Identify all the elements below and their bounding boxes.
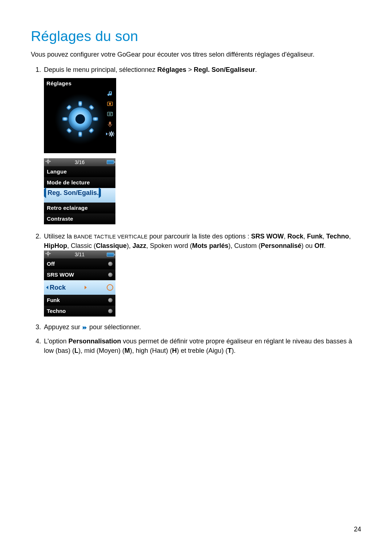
svg-point-13 xyxy=(109,113,111,115)
settings-icon-selected xyxy=(106,131,114,137)
svg-point-32 xyxy=(48,161,49,162)
svg-rect-2 xyxy=(78,131,82,137)
settings-item-langue: Langue xyxy=(44,166,115,177)
settings-item-mode-lecture: Mode de lecture xyxy=(44,177,115,188)
t: ) et treble (Aigu) ( xyxy=(177,347,228,354)
device-screenshot-mainmenu: Réglages xyxy=(44,78,116,153)
t: , xyxy=(323,233,326,240)
t: . xyxy=(324,242,326,249)
eq-item-techno: Techno xyxy=(44,306,115,317)
battery-icon xyxy=(107,160,114,164)
svg-rect-4 xyxy=(93,117,98,121)
svg-rect-8 xyxy=(88,128,94,134)
t: > xyxy=(186,66,194,73)
t: Personnalisé xyxy=(261,242,301,249)
svg-rect-16 xyxy=(110,126,110,127)
battery-icon xyxy=(107,253,114,257)
t: Classique xyxy=(96,242,127,249)
radio-icon xyxy=(108,298,113,302)
eq-label: Off xyxy=(47,260,55,268)
photo-icon xyxy=(107,101,113,107)
eq-label: SRS WOW xyxy=(47,271,74,279)
video-icon xyxy=(107,111,113,117)
svg-point-38 xyxy=(48,253,49,254)
device1-title: Réglages xyxy=(44,78,116,88)
gear-icon xyxy=(55,94,106,144)
svg-point-14 xyxy=(111,113,112,113)
radio-icon xyxy=(108,309,113,313)
page-number: 24 xyxy=(354,526,361,533)
svg-rect-25 xyxy=(113,135,114,136)
t: , xyxy=(349,233,351,240)
t: SRS WOW xyxy=(251,233,284,240)
svg-rect-19 xyxy=(111,136,112,137)
t: Rock xyxy=(287,233,303,240)
device-screenshot-settings-list: 3/16 Langue Mode de lecture Reg. Son/Ega… xyxy=(44,158,115,224)
eq-label: Techno xyxy=(47,307,66,315)
radio-selected-icon xyxy=(107,284,113,291)
t: , Spoken word ( xyxy=(146,242,192,249)
svg-rect-29 xyxy=(48,163,49,164)
t: H xyxy=(172,347,177,354)
t: pour sélectionner. xyxy=(87,323,141,331)
settings-item-label: Reg. Son/Egalis. xyxy=(48,189,99,196)
eq-item-rock: Rock xyxy=(44,280,115,295)
step-4: L'option Personnalisation vous permet de… xyxy=(31,336,361,355)
t: Utilisez la xyxy=(44,233,74,240)
t: Off xyxy=(314,242,324,249)
svg-rect-21 xyxy=(113,134,114,134)
svg-rect-28 xyxy=(48,159,49,160)
eq-item-funk: Funk xyxy=(44,295,115,306)
t: . xyxy=(255,66,257,73)
settings-item-contraste: Contraste xyxy=(44,213,115,224)
t: Jazz xyxy=(132,242,146,249)
radio-icon xyxy=(108,273,113,277)
svg-rect-24 xyxy=(109,135,110,136)
t: , Classic ( xyxy=(67,242,96,249)
t: , xyxy=(284,233,287,240)
eq-item-off: Off xyxy=(44,258,115,269)
device3-statusbar: 3/11 xyxy=(44,250,115,258)
step1-text: Depuis le menu principal, sélectionnez R… xyxy=(44,66,257,73)
mic-icon xyxy=(107,121,113,127)
caret-right-icon xyxy=(99,187,101,198)
step-3: Appuyez sur pour sélectionner. xyxy=(31,322,361,332)
device2-position: 3/16 xyxy=(75,159,85,166)
svg-point-11 xyxy=(109,103,111,105)
t: ), mid (Moyen) ( xyxy=(78,347,124,354)
intro-text: Vous pouvez configurer votre GoGear pour… xyxy=(31,51,361,58)
t: Personnalisation xyxy=(69,338,121,345)
t: Réglages xyxy=(157,66,186,73)
t: Techno xyxy=(326,233,349,240)
step-2: Utilisez la bande tactile verticale pour… xyxy=(31,232,361,317)
t: T xyxy=(228,347,232,354)
svg-rect-36 xyxy=(45,253,46,254)
svg-rect-18 xyxy=(111,131,112,132)
t: M xyxy=(124,347,130,354)
t: L'option xyxy=(44,338,69,345)
eq-label: Rock xyxy=(50,283,66,292)
t: HipHop xyxy=(44,242,67,249)
fast-forward-icon xyxy=(83,323,87,332)
svg-rect-6 xyxy=(88,105,94,111)
selection-caret-icon xyxy=(106,132,108,135)
t: Appuyez sur xyxy=(44,323,82,331)
t: ). xyxy=(232,347,236,354)
svg-rect-35 xyxy=(48,255,49,256)
t: ) ou xyxy=(301,242,314,249)
t: ), xyxy=(127,242,132,249)
svg-rect-15 xyxy=(109,122,111,125)
t: Regl. Son/Egaliseur xyxy=(194,66,255,73)
svg-rect-23 xyxy=(113,132,114,133)
music-icon xyxy=(107,90,113,97)
svg-rect-31 xyxy=(50,161,51,162)
svg-rect-7 xyxy=(66,128,72,134)
svg-rect-5 xyxy=(66,105,72,111)
svg-rect-30 xyxy=(45,161,46,162)
page-title: Réglages du son xyxy=(31,28,361,44)
device2-statusbar: 3/16 xyxy=(44,158,115,166)
settings-item-retro-eclairage: Retro eclairage xyxy=(44,203,115,213)
t: L xyxy=(74,347,78,354)
svg-rect-3 xyxy=(62,117,68,121)
device-screenshot-eq-list: 3/11 Off SRS WOW Rock Funk Techno xyxy=(44,250,115,317)
